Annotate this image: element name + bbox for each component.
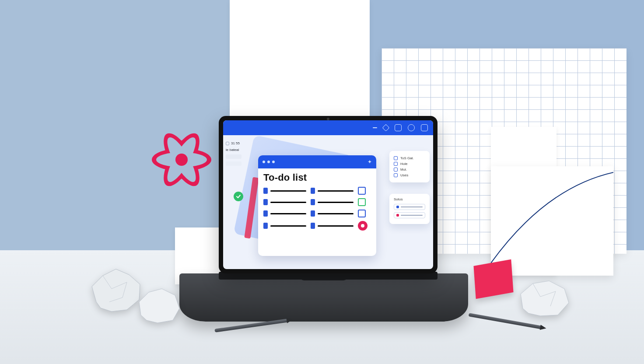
tag-chip[interactable] (394, 204, 425, 210)
add-icon[interactable]: ✦ (368, 159, 372, 165)
nav-label: Uses (400, 173, 408, 177)
nav-item[interactable]: ToS Gal. (394, 156, 425, 160)
task-text (318, 213, 354, 214)
dot-icon (396, 206, 399, 208)
task-bullet-icon (311, 199, 315, 205)
task-text (270, 213, 306, 214)
nav-label: Mol. (400, 168, 407, 172)
nav-icon (394, 168, 398, 172)
rail-label: 31 55 (231, 141, 240, 145)
window-dots-icon (262, 161, 275, 163)
task-text (270, 190, 306, 192)
task-checkbox[interactable] (358, 210, 366, 217)
task-bullet-icon (263, 199, 268, 205)
laptop-bezel: 31 55 le bateal ✦ To-do list (219, 116, 438, 273)
left-rail: 31 55 le bateal (226, 141, 251, 166)
panel-header: Sotos (394, 197, 425, 201)
task-text (318, 190, 354, 192)
window-icon[interactable] (421, 124, 428, 131)
minimize-icon[interactable] (373, 127, 377, 128)
sticky-note (473, 259, 513, 299)
crumpled-paper (136, 284, 184, 326)
task-item[interactable] (311, 187, 354, 195)
task-checkbox[interactable] (358, 187, 366, 195)
card-title: To-do list (258, 168, 376, 186)
nav-icon (394, 162, 398, 166)
record-button[interactable] (358, 221, 368, 231)
task-text (318, 225, 354, 227)
rail-item[interactable] (226, 154, 242, 159)
tag-chip[interactable] (394, 212, 425, 218)
paper-sheet (230, 0, 370, 116)
nav-icon (394, 156, 398, 160)
svg-marker-7 (92, 269, 140, 312)
task-text (318, 202, 354, 203)
todo-card: ✦ To-do list (258, 155, 376, 256)
selection-panel: Sotos (389, 194, 430, 224)
task-item[interactable] (263, 221, 306, 231)
nav-item[interactable]: Uses (394, 173, 425, 177)
task-bullet-icon (263, 223, 268, 229)
task-bullet-icon (263, 188, 268, 194)
card-titlebar: ✦ (258, 155, 376, 168)
task-text (270, 202, 306, 203)
status-icon[interactable] (408, 124, 415, 131)
chip-text (401, 215, 423, 216)
task-bullet-icon (263, 210, 268, 217)
rail-item[interactable] (226, 161, 242, 166)
task-item[interactable] (311, 210, 354, 217)
chip-text (401, 206, 423, 207)
nav-panel: ToS Gal. Hole Mol. Uses (389, 151, 430, 182)
check-badge-icon (234, 192, 243, 201)
share-icon[interactable] (382, 124, 390, 132)
task-item[interactable] (263, 210, 306, 217)
laptop: 31 55 le bateal ✦ To-do list (179, 116, 468, 322)
svg-marker-9 (521, 281, 569, 316)
crumpled-paper (516, 276, 573, 319)
task-bullet-icon (311, 188, 315, 194)
task-grid (258, 186, 376, 235)
dot-icon (396, 214, 399, 217)
nav-label: Hole (400, 162, 407, 166)
rail-label: le bateal (226, 148, 239, 152)
task-bullet-icon (311, 223, 315, 229)
svg-marker-8 (139, 289, 179, 323)
task-item[interactable] (263, 187, 306, 195)
nav-label: ToS Gal. (400, 156, 414, 160)
task-item[interactable] (311, 221, 354, 231)
task-item[interactable] (311, 198, 354, 206)
nav-item[interactable]: Hole (394, 162, 425, 166)
task-item[interactable] (263, 198, 306, 206)
user-icon[interactable] (395, 124, 402, 131)
rail-icon (226, 142, 229, 145)
task-bullet-icon (311, 210, 315, 217)
app-topbar (223, 120, 433, 135)
nav-icon (394, 173, 398, 177)
app-screen: 31 55 le bateal ✦ To-do list (223, 120, 433, 269)
task-text (270, 225, 306, 227)
laptop-base (179, 273, 468, 322)
nav-item[interactable]: Mol. (394, 168, 425, 172)
task-checkbox[interactable] (358, 198, 366, 206)
